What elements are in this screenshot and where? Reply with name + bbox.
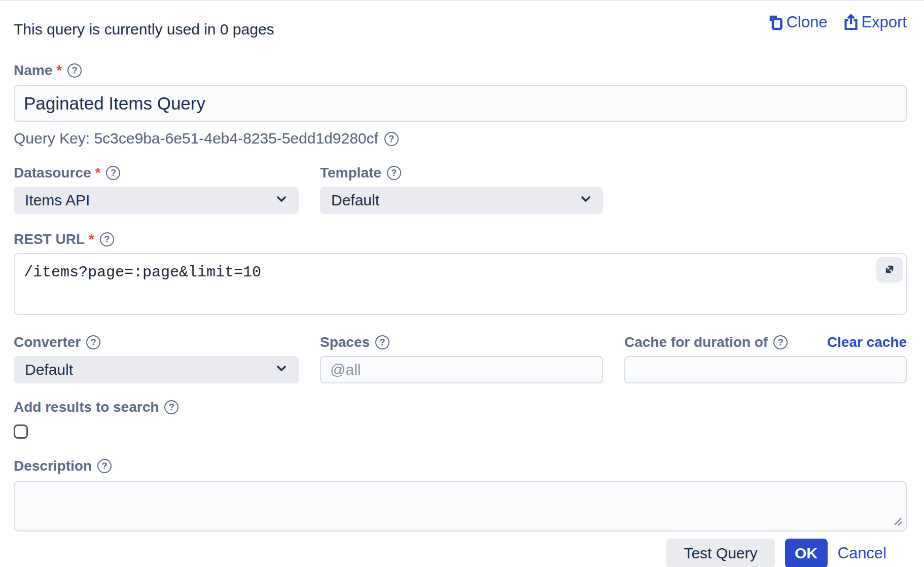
required-marker: * bbox=[56, 62, 62, 79]
required-marker: * bbox=[89, 231, 94, 248]
description-textarea[interactable] bbox=[14, 481, 907, 531]
clone-label: Clone bbox=[786, 13, 827, 31]
cancel-link[interactable]: Cancel bbox=[838, 544, 887, 562]
expand-icon bbox=[881, 261, 898, 279]
datasource-label-row: Datasource * ? bbox=[14, 164, 299, 182]
clone-button[interactable]: Clone bbox=[767, 13, 827, 31]
spaces-input[interactable] bbox=[320, 356, 603, 383]
usage-text: This query is currently used in 0 pages bbox=[14, 20, 274, 39]
query-key-text: Query Key: 5c3ce9ba-6e51-4eb4-8235-5edd1… bbox=[14, 130, 378, 147]
spaces-help-icon[interactable]: ? bbox=[375, 335, 389, 349]
description-label-row: Description ? bbox=[14, 457, 907, 475]
cache-field: Cache for duration of ? Clear cache bbox=[624, 334, 907, 383]
converter-select[interactable]: Default bbox=[14, 356, 299, 383]
export-label: Export bbox=[861, 13, 907, 31]
clone-icon bbox=[767, 14, 785, 31]
add-to-search-help-icon[interactable]: ? bbox=[164, 400, 179, 414]
name-field-label-row: Name * ? bbox=[14, 62, 907, 79]
add-to-search-checkbox[interactable] bbox=[14, 424, 28, 439]
name-label: Name bbox=[14, 62, 52, 79]
name-help-icon[interactable]: ? bbox=[67, 63, 82, 78]
query-form: Name * ? Query Key: 5c3ce9ba-6e51-4eb4-8… bbox=[14, 62, 907, 534]
export-button[interactable]: Export bbox=[842, 13, 907, 31]
converter-label-row: Converter ? bbox=[14, 334, 299, 351]
ok-button[interactable]: OK bbox=[785, 539, 828, 567]
chevron-down-icon bbox=[579, 192, 593, 209]
add-to-search-label: Add results to search bbox=[14, 399, 159, 416]
converter-label: Converter bbox=[14, 334, 81, 351]
rest-url-label: REST URL bbox=[14, 231, 85, 248]
template-label: Template bbox=[320, 164, 381, 182]
description-label: Description bbox=[14, 457, 92, 475]
datasource-selected-value: Items API bbox=[25, 192, 90, 209]
clear-cache-link[interactable]: Clear cache bbox=[827, 334, 907, 350]
converter-spaces-cache-row: Converter ? Default Spaces ? bbox=[14, 334, 907, 383]
expand-editor-button[interactable] bbox=[876, 257, 903, 282]
test-query-button[interactable]: Test Query bbox=[666, 539, 774, 567]
rest-url-textarea[interactable]: /items?page=:page&limit=10 bbox=[14, 253, 907, 315]
topbar: This query is currently used in 0 pages … bbox=[14, 13, 907, 39]
converter-selected-value: Default bbox=[25, 361, 73, 378]
chevron-down-icon bbox=[274, 361, 289, 379]
required-marker: * bbox=[95, 164, 101, 182]
rest-url-editor: /items?page=:page&limit=10 bbox=[14, 253, 907, 317]
cache-label-row: Cache for duration of ? Clear cache bbox=[624, 334, 907, 351]
footer-actions: Test Query OK Cancel bbox=[14, 539, 907, 567]
description-editor bbox=[14, 481, 907, 534]
add-to-search-label-row: Add results to search ? bbox=[14, 399, 907, 416]
rest-url-label-row: REST URL * ? bbox=[14, 231, 907, 248]
chevron-down-icon bbox=[274, 192, 289, 209]
datasource-help-icon[interactable]: ? bbox=[106, 166, 120, 180]
datasource-field: Datasource * ? Items API bbox=[14, 164, 299, 214]
cache-label: Cache for duration of bbox=[624, 334, 768, 351]
topbar-actions: Clone Export bbox=[767, 13, 907, 31]
converter-field: Converter ? Default bbox=[14, 334, 299, 383]
cache-duration-input[interactable] bbox=[624, 356, 907, 383]
datasource-label: Datasource bbox=[14, 164, 91, 182]
datasource-select[interactable]: Items API bbox=[14, 187, 299, 214]
description-help-icon[interactable]: ? bbox=[97, 459, 112, 473]
name-input[interactable] bbox=[14, 85, 907, 122]
template-field: Template ? Default bbox=[320, 164, 603, 214]
cache-label-group: Cache for duration of ? bbox=[624, 334, 788, 351]
query-key-row: Query Key: 5c3ce9ba-6e51-4eb4-8235-5edd1… bbox=[14, 130, 907, 147]
template-label-row: Template ? bbox=[320, 164, 603, 182]
template-select[interactable]: Default bbox=[320, 187, 603, 214]
datasource-template-row: Datasource * ? Items API Template ? Defa… bbox=[14, 164, 907, 214]
template-help-icon[interactable]: ? bbox=[387, 166, 401, 180]
converter-help-icon[interactable]: ? bbox=[86, 335, 100, 349]
query-key-help-icon[interactable]: ? bbox=[384, 132, 399, 146]
template-selected-value: Default bbox=[331, 192, 379, 209]
spaces-field: Spaces ? bbox=[320, 334, 603, 383]
export-icon bbox=[842, 14, 860, 31]
spaces-label-row: Spaces ? bbox=[320, 334, 603, 351]
rest-url-help-icon[interactable]: ? bbox=[100, 232, 114, 246]
spaces-label: Spaces bbox=[320, 334, 370, 351]
cache-help-icon[interactable]: ? bbox=[773, 335, 788, 349]
